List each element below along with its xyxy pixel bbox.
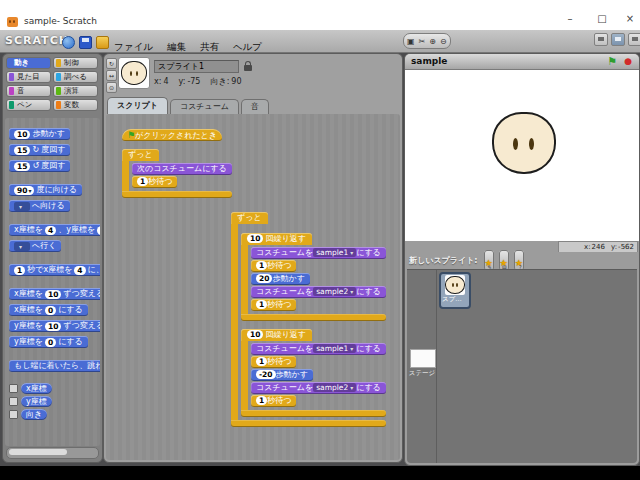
stage-sprite[interactable] — [492, 112, 556, 174]
number-dropdown-input[interactable]: 90 — [14, 186, 34, 195]
number-input[interactable]: 4 — [45, 226, 56, 235]
reporter-checkbox[interactable] — [9, 397, 18, 406]
share-icon[interactable] — [96, 36, 109, 49]
presentation-mode[interactable] — [628, 33, 640, 46]
shrink-sprite-tool-icon[interactable]: ⊖ — [440, 35, 447, 48]
block-change-x-by[interactable]: x座標を10ずつ変える — [9, 288, 100, 300]
block-wait-secs[interactable]: 1秒待つ — [251, 356, 296, 368]
block-switch-to-costume[interactable]: コスチュームをsample2にする — [251, 286, 386, 298]
number-input[interactable]: 10 — [247, 330, 263, 339]
tab-costumes[interactable]: コスチューム — [170, 99, 239, 114]
maximize-button[interactable]: □ — [590, 13, 614, 24]
palette-scrollbar-thumb[interactable] — [9, 449, 67, 455]
close-button[interactable]: × — [618, 13, 640, 24]
number-input[interactable]: 10 — [45, 290, 61, 299]
surprise-sprite-button[interactable]: ★? — [514, 250, 524, 271]
block-wait-secs[interactable]: 1秒待つ — [251, 260, 296, 272]
dropdown-input[interactable]: sample1 — [313, 248, 356, 257]
block-repeat-times-header[interactable]: 10回繰り返す — [241, 233, 312, 245]
block-glide-to-xy[interactable]: 1秒でx座標を4に、y座標を-75に変える — [9, 264, 100, 276]
category-control[interactable]: 制御 — [53, 57, 98, 69]
category-sound[interactable]: 音 — [6, 85, 51, 97]
sprite-list-item[interactable]: スプライト1 — [439, 272, 471, 309]
script-stack[interactable]: ⚑がクリックされたときずっと次のコスチュームにする1秒待つ — [122, 129, 232, 199]
block-move-steps[interactable]: -20歩動かす — [251, 369, 313, 381]
rotation-style-none[interactable]: ⊙ — [106, 82, 117, 93]
number-input[interactable]: 0 — [45, 338, 56, 347]
block-point-in-direction[interactable]: 90度に向ける — [9, 184, 82, 196]
dropdown-input[interactable] — [14, 242, 30, 251]
duplicate-tool-icon[interactable]: ▣ — [407, 35, 415, 48]
rotation-style-rotate[interactable]: ↻ — [106, 58, 117, 69]
number-input[interactable]: 10 — [45, 322, 61, 331]
number-input[interactable]: 1 — [14, 266, 25, 275]
category-sensing[interactable]: 調べる — [53, 71, 98, 83]
reporter-checkbox[interactable] — [9, 384, 18, 393]
tab-sounds[interactable]: 音 — [241, 99, 269, 114]
block-x-position-reporter[interactable]: x座標 — [21, 383, 52, 394]
category-variables[interactable]: 変数 — [53, 99, 98, 111]
block-forever[interactable]: ずっと10回繰り返すコスチュームをsample1にする1秒待つ20歩動かすコスチ… — [231, 205, 386, 427]
number-input[interactable]: 15 — [14, 146, 30, 155]
block-turn-clockwise[interactable]: 15↻度回す — [9, 144, 70, 156]
stage-area[interactable] — [405, 70, 639, 241]
paint-new-sprite-button[interactable]: ★✎ — [484, 250, 494, 271]
number-input[interactable]: 0 — [45, 306, 56, 315]
block-switch-to-costume[interactable]: コスチュームをsample1にする — [251, 247, 386, 259]
block-move-steps[interactable]: 10歩動かす — [9, 128, 70, 140]
reporter-checkbox[interactable] — [9, 410, 18, 419]
number-input[interactable]: 10 — [247, 234, 263, 243]
dropdown-input[interactable]: sample2 — [313, 383, 356, 392]
language-globe-icon[interactable] — [62, 36, 75, 49]
block-forever-header[interactable]: ずっと — [231, 212, 268, 224]
sprite-name-field[interactable]: スプライト1 — [154, 60, 239, 73]
script-stack[interactable]: ずっと10回繰り返すコスチュームをsample1にする1秒待つ20歩動かすコスチ… — [231, 205, 386, 428]
dropdown-input[interactable]: sample1 — [313, 344, 356, 353]
block-go-to[interactable]: へ行く — [9, 240, 61, 252]
block-repeat-times[interactable]: 10回繰り返すコスチュームをsample1にする1秒待つ-20歩動かすコスチュー… — [241, 322, 386, 417]
number-input[interactable]: 10 — [14, 130, 30, 139]
minimize-button[interactable]: – — [558, 13, 582, 24]
block-repeat-times[interactable]: 10回繰り返すコスチュームをsample1にする1秒待つ20歩動かすコスチューム… — [241, 226, 386, 321]
rotation-style-left-right[interactable]: ↔ — [106, 70, 117, 81]
number-input[interactable]: -20 — [256, 370, 276, 379]
number-input[interactable]: -75 — [97, 226, 100, 235]
block-next-costume[interactable]: 次のコスチュームにする — [132, 163, 232, 175]
normal-stage-view[interactable] — [611, 33, 625, 46]
block-wait-secs[interactable]: 1秒待つ — [251, 395, 296, 407]
block-set-y-to[interactable]: y座標を0にする — [9, 336, 88, 348]
number-input[interactable]: 15 — [14, 162, 30, 171]
block-direction-reporter[interactable]: 向き — [21, 409, 47, 420]
block-y-position-reporter[interactable]: y座標 — [21, 396, 52, 407]
number-input[interactable]: 1 — [256, 261, 267, 270]
scripts-canvas[interactable]: ⚑がクリックされたときずっと次のコスチュームにする1秒待つずっと10回繰り返すコ… — [106, 114, 400, 460]
block-wait-secs[interactable]: 1秒待つ — [132, 176, 177, 188]
dropdown-input[interactable] — [14, 202, 30, 211]
number-input[interactable]: 1 — [137, 177, 148, 186]
block-if-on-edge-bounce[interactable]: もし端に着いたら、跳ね返る — [9, 360, 100, 372]
block-move-steps[interactable]: 20歩動かす — [251, 273, 310, 285]
block-repeat-times-header[interactable]: 10回繰り返す — [241, 329, 312, 341]
delete-tool-icon[interactable]: ✂ — [419, 35, 426, 48]
small-stage-view[interactable] — [594, 33, 608, 46]
number-input[interactable]: 1 — [256, 396, 267, 405]
block-when-green-flag-clicked[interactable]: ⚑がクリックされたとき — [122, 129, 222, 141]
block-switch-to-costume[interactable]: コスチュームをsample2にする — [251, 382, 386, 394]
block-point-towards[interactable]: へ向ける — [9, 200, 70, 212]
category-pen[interactable]: ペン — [6, 99, 51, 111]
block-go-to-xy[interactable]: x座標を4、y座標を-75にする — [9, 224, 100, 236]
palette-scrollbar[interactable] — [6, 447, 99, 459]
save-icon[interactable] — [79, 36, 92, 49]
number-input[interactable]: 1 — [256, 357, 267, 366]
category-operators[interactable]: 演算 — [53, 85, 98, 97]
number-input[interactable]: 4 — [74, 266, 85, 275]
block-forever-header[interactable]: ずっと — [122, 149, 159, 161]
dropdown-input[interactable]: sample2 — [313, 287, 356, 296]
stop-button[interactable]: ● — [624, 56, 632, 66]
block-change-y-by[interactable]: y座標を10ずつ変える — [9, 320, 100, 332]
grow-sprite-tool-icon[interactable]: ⊕ — [429, 35, 436, 48]
stage-thumbnail[interactable] — [410, 349, 436, 368]
number-input[interactable]: 20 — [256, 274, 272, 283]
block-switch-to-costume[interactable]: コスチュームをsample1にする — [251, 343, 386, 355]
block-forever[interactable]: ずっと次のコスチュームにする1秒待つ — [122, 142, 232, 198]
